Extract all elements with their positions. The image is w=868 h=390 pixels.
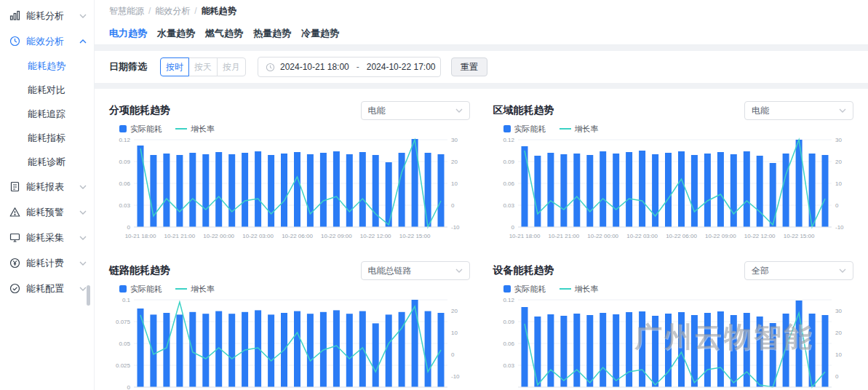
chevron-down-icon <box>79 14 87 18</box>
legend-actual-energy[interactable]: 实际能耗 <box>119 284 162 295</box>
svg-text:0: 0 <box>835 202 839 209</box>
sidebar-item-energy-report[interactable]: 能耗报表 <box>0 174 94 199</box>
sidebar-subitem-energy-trend[interactable]: 能耗趋势 <box>0 54 94 78</box>
sidebar-subitem-energy-diagnosis[interactable]: 能耗诊断 <box>0 150 94 174</box>
sidebar-item-label: 能耗采集 <box>26 231 79 244</box>
date-range-picker[interactable]: 2024-10-21 18:00 - 2024-10-22 17:00 <box>258 57 441 77</box>
mode-by-hour-button[interactable]: 按时 <box>160 57 189 76</box>
tab-water-trend[interactable]: 水量趋势 <box>157 27 195 40</box>
sidebar-item-label: 能耗报表 <box>26 180 79 194</box>
sidebar-item-efficiency-analysis[interactable]: 能效分析 <box>0 28 94 54</box>
date-range-separator: - <box>357 62 359 72</box>
svg-text:0.12: 0.12 <box>503 297 514 303</box>
svg-text:0.09: 0.09 <box>503 319 514 325</box>
svg-text:10: 10 <box>451 180 458 187</box>
sidebar-subitem-label: 能耗指标 <box>28 132 65 145</box>
chevron-up-icon <box>79 39 87 44</box>
legend-label: 增长率 <box>575 284 599 295</box>
reset-button[interactable]: 重置 <box>451 57 487 76</box>
sidebar-subitem-energy-compare[interactable]: 能耗对比 <box>0 78 94 102</box>
select-value: 电能 <box>752 105 769 117</box>
breadcrumb-separator: / <box>194 6 196 16</box>
svg-text:0.075: 0.075 <box>116 319 131 325</box>
sidebar-subitem-energy-kpi[interactable]: 能耗指标 <box>0 126 94 150</box>
legend-growth-rate[interactable]: 增长率 <box>560 124 599 135</box>
device-select[interactable]: 全部 <box>744 261 853 280</box>
trend-tabs: 电力趋势 水量趋势 燃气趋势 热量趋势 冷量趋势 <box>95 22 868 45</box>
svg-text:0.1: 0.1 <box>122 297 131 303</box>
top-block: 智慧能源 / 能效分析 / 能耗趋势 电力趋势 水量趋势 燃气趋势 热量趋势 冷… <box>95 0 868 45</box>
sidebar-subitem-label: 能耗追踪 <box>28 108 65 121</box>
svg-text:0.025: 0.025 <box>116 362 131 369</box>
chart-legend: 实际能耗 增长率 <box>503 122 854 135</box>
svg-text:10-21 18:00: 10-21 18:00 <box>125 233 156 239</box>
tab-electric-trend[interactable]: 电力趋势 <box>109 27 147 40</box>
breadcrumb-item[interactable]: 能效分析 <box>155 5 190 17</box>
panel-title: 区域能耗趋势 <box>493 104 554 117</box>
svg-text:-10: -10 <box>451 224 460 231</box>
mode-by-day-button[interactable]: 按天 <box>188 57 218 76</box>
panel-title: 链路能耗趋势 <box>109 264 170 277</box>
sidebar-subitem-label: 能耗趋势 <box>28 60 65 73</box>
sidebar-item-energy-collection[interactable]: 能耗采集 <box>0 225 94 250</box>
breadcrumb-item[interactable]: 智慧能源 <box>109 5 144 17</box>
svg-text:0.06: 0.06 <box>119 180 130 187</box>
sidebar-item-label: 能效分析 <box>26 35 79 48</box>
legend-label: 增长率 <box>191 284 215 295</box>
app-root: 能耗分析 能效分析 能耗趋势 能耗对比 能耗追踪 <box>0 0 868 390</box>
legend-growth-rate[interactable]: 增长率 <box>175 124 215 135</box>
legend-bar-swatch <box>119 285 127 292</box>
legend-actual-energy[interactable]: 实际能耗 <box>503 124 546 135</box>
svg-text:10-22 12:00: 10-22 12:00 <box>360 233 391 239</box>
report-icon <box>9 181 20 192</box>
svg-text:0: 0 <box>451 202 455 209</box>
legend-bar-swatch <box>503 285 511 292</box>
legend-growth-rate[interactable]: 增长率 <box>560 284 599 295</box>
tab-gas-trend[interactable]: 燃气趋势 <box>205 27 243 40</box>
svg-text:10-22 00:00: 10-22 00:00 <box>587 233 618 239</box>
legend-actual-energy[interactable]: 实际能耗 <box>503 284 546 295</box>
svg-text:10-22 09:00: 10-22 09:00 <box>705 233 736 239</box>
svg-text:0.12: 0.12 <box>503 137 514 143</box>
bar-line-chart: 0.030.060.090.12010203010-21 18:0010-21 … <box>493 295 853 390</box>
sidebar-subitem-label: 能耗对比 <box>28 84 65 97</box>
breadcrumb-current: 能耗趋势 <box>202 5 236 17</box>
energy-type-select[interactable]: 电能 <box>361 101 470 120</box>
chart-legend: 实际能耗 增长率 <box>503 282 854 295</box>
legend-label: 实际能耗 <box>130 284 162 295</box>
main-content: 智慧能源 / 能效分析 / 能耗趋势 电力趋势 水量趋势 燃气趋势 热量趋势 冷… <box>95 0 868 390</box>
breadcrumb: 智慧能源 / 能效分析 / 能耗趋势 <box>95 0 868 22</box>
svg-text:10-21 21:00: 10-21 21:00 <box>164 233 196 239</box>
svg-text:30: 30 <box>835 308 842 314</box>
sidebar-scrollbar[interactable] <box>87 285 90 306</box>
svg-text:0.09: 0.09 <box>119 159 130 165</box>
legend-actual-energy[interactable]: 实际能耗 <box>119 124 162 135</box>
sidebar-item-energy-config[interactable]: 能耗配置 <box>0 276 94 301</box>
energy-type-select[interactable]: 电能 <box>744 101 853 120</box>
legend-bar-swatch <box>503 125 511 132</box>
svg-text:0: 0 <box>511 224 514 231</box>
tab-heat-trend[interactable]: 热量趋势 <box>253 27 291 40</box>
date-filter-label: 日期筛选 <box>109 60 147 73</box>
svg-text:-10: -10 <box>451 373 460 380</box>
legend-growth-rate[interactable]: 增长率 <box>175 284 215 295</box>
svg-text:10-22 03:00: 10-22 03:00 <box>242 233 274 239</box>
legend-label: 实际能耗 <box>514 124 546 135</box>
date-start-value[interactable]: 2024-10-21 18:00 <box>280 62 349 72</box>
sidebar-item-energy-alert[interactable]: 能耗预警 <box>0 199 94 225</box>
svg-text:20: 20 <box>451 159 458 165</box>
svg-text:10-21 18:00: 10-21 18:00 <box>509 233 540 239</box>
date-end-value[interactable]: 2024-10-22 17:00 <box>367 62 436 72</box>
svg-text:10-22 15:00: 10-22 15:00 <box>399 233 431 239</box>
sidebar-subitem-energy-trace[interactable]: 能耗追踪 <box>0 102 94 126</box>
legend-label: 实际能耗 <box>130 124 162 135</box>
link-select[interactable]: 电能总链路 <box>361 261 470 280</box>
sidebar-item-energy-billing[interactable]: 能耗计费 <box>0 250 94 276</box>
svg-text:10-21 21:00: 10-21 21:00 <box>548 233 579 239</box>
sidebar-item-energy-analysis[interactable]: 能耗分析 <box>0 3 94 28</box>
mode-by-month-button[interactable]: 按月 <box>217 57 246 76</box>
chevron-down-icon <box>79 210 87 215</box>
tab-cooling-trend[interactable]: 冷量趋势 <box>301 27 339 40</box>
clock-icon <box>266 63 275 72</box>
chevron-down-icon <box>839 268 846 273</box>
